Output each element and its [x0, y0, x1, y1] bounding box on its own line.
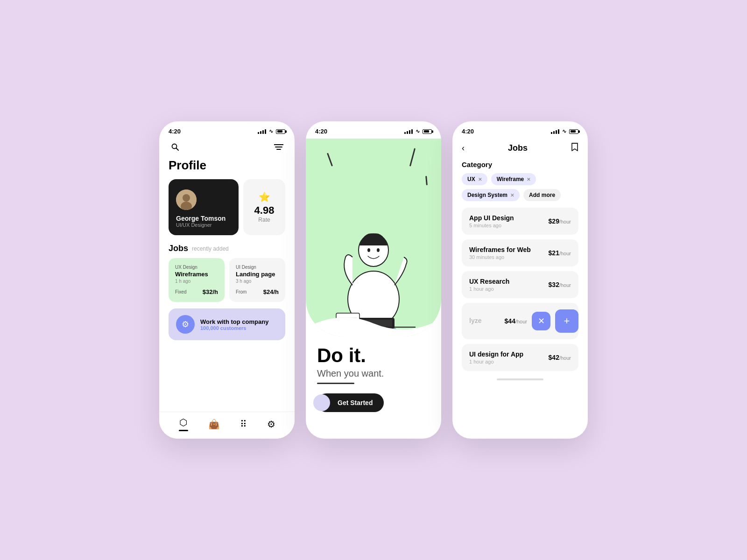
- job-2-name: Wireframes for Web: [469, 246, 531, 253]
- tag-wireframe-label: Wireframe: [497, 176, 524, 182]
- promo-card[interactable]: ⚙ Work with top company 100,000 customer…: [169, 308, 285, 340]
- status-bar-2: 4:20 ∿: [306, 121, 441, 139]
- job-cards: UX Design Wireframes 1 h ago Fixed $32/h…: [169, 258, 285, 302]
- nav-grid[interactable]: ⠿: [240, 419, 247, 430]
- signal-icon-2: [404, 129, 413, 134]
- job-item-1-right: $29/hour: [549, 217, 571, 225]
- job-1-time: 5 minutes ago: [469, 223, 514, 228]
- illustration-area: [306, 139, 441, 336]
- job-item-1-left: App UI Design 5 minutes ago: [469, 214, 514, 228]
- cta-label: Get Started: [338, 399, 373, 406]
- job-item-5-left: UI design for App 1 hour ago: [469, 350, 523, 364]
- category-section: Category UX ✕ Wireframe ✕ Design System …: [462, 161, 578, 201]
- job-category-2: UI Design: [236, 265, 279, 270]
- svg-line-1: [176, 148, 179, 151]
- grid-icon: ⠿: [240, 419, 247, 430]
- job-3-name: UX Research: [469, 278, 509, 285]
- back-button[interactable]: ‹: [462, 143, 465, 153]
- bookmark-button[interactable]: [571, 142, 578, 154]
- tag-wireframe[interactable]: Wireframe ✕: [491, 173, 536, 185]
- wifi-icon-3: ∿: [562, 128, 566, 134]
- job-list: App UI Design 5 minutes ago $29/hour Wir…: [462, 208, 578, 371]
- nav-briefcase[interactable]: 👜: [208, 419, 220, 430]
- job-item-3[interactable]: UX Research 1 hour ago $32/hour: [462, 271, 578, 298]
- get-started-button[interactable]: Get Started: [317, 393, 384, 412]
- screens-container: 4:20 ∿: [159, 121, 588, 439]
- promo-subtitle: 100,000 customers: [200, 325, 268, 331]
- svg-point-10: [367, 248, 370, 252]
- job-item-4-left: lyze: [469, 317, 505, 325]
- filter-button[interactable]: [272, 140, 285, 154]
- wifi-icon: ∿: [269, 128, 273, 134]
- onboarding-content: Do it. When you want. Get Started: [306, 139, 441, 439]
- svg-point-11: [377, 248, 380, 252]
- jobs-title: Jobs: [169, 244, 188, 253]
- profile-cards: George Tomson UI/UX Designer ⭐ 4.98 Rate: [169, 179, 285, 235]
- tag-add-more-label: Add more: [529, 192, 555, 198]
- job-item-2-left: Wireframes for Web 30 minutes ago: [469, 246, 531, 260]
- job-item-5[interactable]: UI design for App 1 hour ago $42/hour: [462, 344, 578, 371]
- rating-value: 4.98: [254, 204, 275, 217]
- category-tags: UX ✕ Wireframe ✕ Design System ✕ Add mor…: [462, 173, 578, 201]
- job-item-3-left: UX Research 1 hour ago: [469, 278, 509, 292]
- jobs-section: Jobs recently added UX Design Wireframes…: [169, 244, 285, 302]
- wifi-icon-2: ∿: [416, 128, 420, 134]
- promo-text: Work with top company 100,000 customers: [200, 318, 268, 331]
- job-price-1: $32/h: [203, 288, 218, 295]
- deco-line-2: [409, 148, 416, 166]
- settings-icon: ⚙: [267, 419, 275, 430]
- status-bar-3: 4:20 ∿: [452, 121, 588, 139]
- tag-design-system[interactable]: Design System ✕: [462, 189, 520, 201]
- battery-icon: [276, 129, 285, 134]
- status-icons-1: ∿: [258, 128, 285, 134]
- status-time-2: 4:20: [315, 128, 327, 135]
- nav-home[interactable]: ⬡: [179, 417, 188, 431]
- tag-design-system-close[interactable]: ✕: [510, 193, 514, 198]
- job-3-time: 1 hour ago: [469, 286, 509, 292]
- signal-icon: [258, 129, 266, 134]
- tag-ux[interactable]: UX ✕: [462, 173, 487, 185]
- status-icons-3: ∿: [551, 128, 578, 134]
- svg-point-6: [183, 194, 190, 202]
- tag-add-more[interactable]: Add more: [523, 189, 561, 201]
- rating-card: ⭐ 4.98 Rate: [243, 179, 285, 235]
- add-button[interactable]: +: [555, 309, 578, 333]
- tag-design-system-label: Design System: [467, 192, 507, 198]
- job-name-2: Landing page: [236, 271, 279, 278]
- swipe-actions: $44/hour ✕ +: [505, 309, 578, 333]
- jobs-page-title: Jobs: [508, 143, 528, 153]
- profile-name: George Tomson: [176, 215, 231, 222]
- signal-icon-3: [551, 129, 559, 134]
- tag-ux-label: UX: [467, 176, 475, 182]
- avatar: [176, 189, 197, 210]
- tag-wireframe-close[interactable]: ✕: [527, 177, 530, 182]
- job-type-1: Fixed: [175, 289, 186, 294]
- job-footer-1: Fixed $32/h: [175, 288, 218, 295]
- job-4-price: $44/hour: [505, 317, 527, 325]
- job-category-1: UX Design: [175, 265, 218, 270]
- job-item-2[interactable]: Wireframes for Web 30 minutes ago $21/ho…: [462, 239, 578, 266]
- job-item-1[interactable]: App UI Design 5 minutes ago $29/hour: [462, 208, 578, 235]
- reject-button[interactable]: ✕: [532, 312, 550, 330]
- bottom-nav: ⬡ 👜 ⠿ ⚙: [159, 412, 295, 439]
- job-item-5-right: $42/hour: [549, 353, 571, 362]
- when-subheadline: When you want.: [317, 368, 430, 379]
- job-2-price: $21/hour: [549, 249, 571, 257]
- tag-ux-close[interactable]: ✕: [478, 177, 482, 182]
- job-card-1[interactable]: UX Design Wireframes 1 h ago Fixed $32/h: [169, 258, 225, 302]
- btn-circle-deco: [313, 394, 330, 411]
- job-5-name: UI design for App: [469, 350, 523, 358]
- job-item-2-right: $21/hour: [549, 249, 571, 257]
- bottom-text-area: Do it. When you want. Get Started: [306, 336, 441, 439]
- profile-role: UI/UX Designer: [176, 222, 231, 228]
- home-icon: ⬡: [179, 417, 187, 428]
- job-3-price: $32/hour: [549, 281, 571, 288]
- job-item-4[interactable]: lyze $44/hour ✕ +: [462, 303, 578, 339]
- profile-screen: 4:20 ∿: [159, 121, 295, 439]
- search-button[interactable]: [169, 140, 182, 154]
- nav-settings[interactable]: ⚙: [267, 419, 275, 430]
- job-card-2[interactable]: UI Design Landing page 3 h ago From $24/…: [229, 258, 285, 302]
- status-icons-2: ∿: [404, 128, 432, 134]
- battery-icon-3: [569, 129, 578, 134]
- job-1-name: App UI Design: [469, 214, 514, 222]
